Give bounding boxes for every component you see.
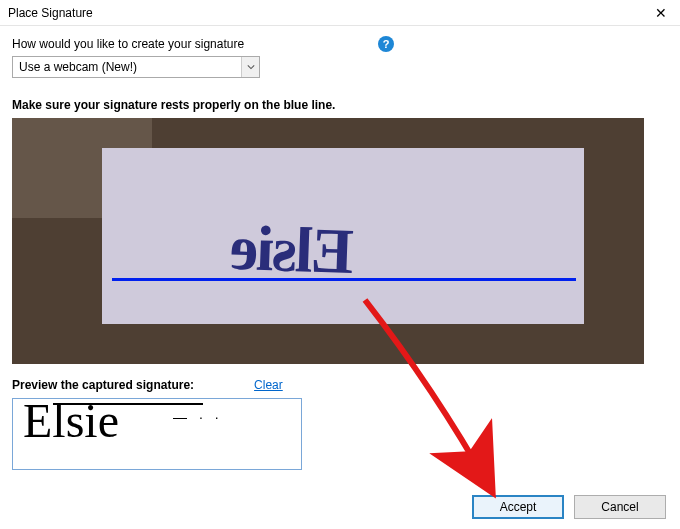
titlebar: Place Signature ✕ xyxy=(0,0,680,26)
help-icon[interactable]: ? xyxy=(378,36,394,52)
combo-selected-text: Use a webcam (New!) xyxy=(13,60,241,74)
dialog-buttons: Accept Cancel xyxy=(472,495,666,519)
signature-preview-box: — · · Elsie xyxy=(12,398,302,470)
preview-label: Preview the captured signature: xyxy=(12,378,194,392)
close-icon[interactable]: ✕ xyxy=(652,4,670,22)
instruction-text: Make sure your signature rests properly … xyxy=(12,98,668,112)
prompt-row: How would you like to create your signat… xyxy=(12,36,668,52)
accept-button[interactable]: Accept xyxy=(472,495,564,519)
preview-artifact-dots: — · · xyxy=(173,409,223,425)
signature-method-select[interactable]: Use a webcam (New!) xyxy=(12,56,260,78)
cancel-button[interactable]: Cancel xyxy=(574,495,666,519)
webcam-preview: Elsie xyxy=(12,118,644,364)
chevron-down-icon[interactable] xyxy=(241,57,259,77)
dialog-title: Place Signature xyxy=(8,6,93,20)
blue-guideline xyxy=(112,278,576,281)
preview-signature-text: Elsie xyxy=(23,398,119,448)
preview-header-row: Preview the captured signature: Clear xyxy=(12,378,668,392)
clear-link[interactable]: Clear xyxy=(254,378,283,392)
dialog-content: How would you like to create your signat… xyxy=(0,26,680,470)
prompt-label: How would you like to create your signat… xyxy=(12,37,244,51)
